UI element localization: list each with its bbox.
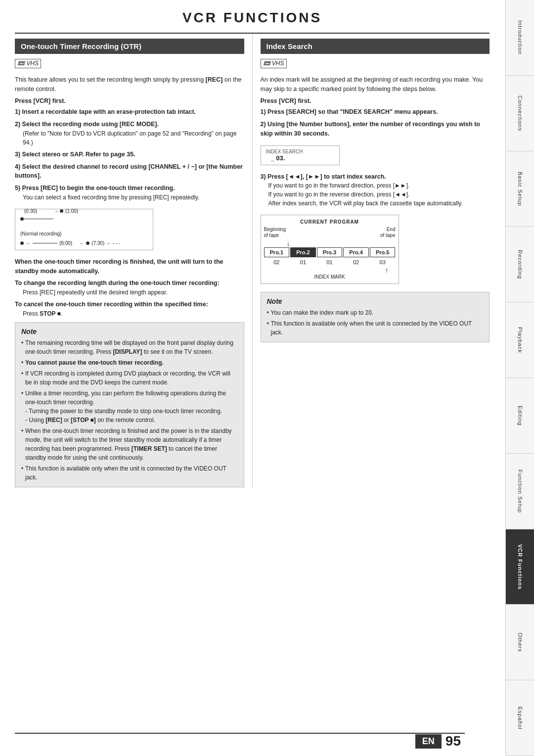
right-step2: 2) Using [the Number buttons], enter the… — [261, 120, 490, 139]
prog-num-3: 01 — [317, 259, 343, 265]
prog-cell-2: Pro.2 — [290, 247, 316, 257]
prog-cell-4: Pro.4 — [343, 247, 369, 257]
index-search-box: INDEX SEARCH _ 03. — [261, 145, 340, 165]
recording-diagram-wrap: (0:30) → (1:00) (Normal recording) ← (8:… — [15, 205, 244, 254]
prog-cell-3: Pro.3 — [317, 247, 343, 257]
prog-num-2: 01 — [290, 259, 316, 265]
sidebar-tab-others[interactable]: Others — [506, 605, 534, 680]
left-note-item-1: The remaining recording time will be dis… — [21, 338, 238, 356]
left-step1: 1) Insert a recordable tape with an eras… — [15, 107, 244, 117]
footer-en-label: EN — [415, 734, 442, 749]
left-note-item-6: This function is available only when the… — [21, 464, 238, 482]
right-section-header: Index Search — [261, 39, 490, 54]
left-note-item-2: You cannot pause the one-touch timer rec… — [21, 358, 238, 367]
left-step4: 4) Select the desired channel to record … — [15, 162, 244, 181]
sidebar-tab-function-setup[interactable]: Function Setup — [506, 454, 534, 529]
left-note-item-3: If VCR recording is completed during DVD… — [21, 369, 238, 387]
left-column: One-touch Timer Recording (OTR) 📼 VHS Th… — [15, 34, 253, 487]
right-step3: 3) Press [◄◄], [►►] to start index searc… — [261, 172, 490, 208]
footer: EN 95 — [415, 733, 465, 749]
left-note-item-4: Unlike a timer recording, you can perfor… — [21, 389, 238, 425]
right-intro-text: An index mark will be assigned at the be… — [261, 75, 490, 94]
right-note-item-1: You can make the index mark up to 20. — [267, 308, 484, 317]
footer-line — [15, 733, 465, 734]
index-search-box-wrap: INDEX SEARCH _ 03. — [261, 142, 490, 169]
index-search-label: INDEX SEARCH — [266, 149, 334, 154]
program-diagram-wrap: CURRENT PROGRAM Beginningof tape Endof t… — [261, 211, 490, 288]
sidebar-tab-connections[interactable]: Connections — [506, 76, 534, 151]
left-step7: To change the recording length during th… — [15, 279, 244, 297]
right-step3-body3: After index search, the VCR will play ba… — [261, 199, 490, 208]
right-note-item-2: This function is available only when the… — [267, 319, 484, 337]
right-press-vcr: Press [VCR] first. — [261, 97, 490, 104]
footer-page-number: 95 — [442, 733, 465, 749]
sidebar-tab-introduction[interactable]: Introduction — [506, 0, 534, 76]
right-step3-body1: If you want to go in the forward directi… — [261, 181, 490, 190]
right-note-title: Note — [267, 297, 484, 305]
sidebar-tab-espanol[interactable]: Español — [506, 680, 534, 756]
left-step8: To cancel the one-touch timer recording … — [15, 300, 244, 318]
right-column: Index Search 📼 VHS An index mark will be… — [253, 34, 490, 487]
page-wrapper: VCR FUNCTIONS One-touch Timer Recording … — [0, 0, 504, 756]
left-intro-text: This feature allows you to set the recor… — [15, 75, 244, 94]
index-search-value: _ 03. — [266, 154, 334, 162]
recording-diagram: (0:30) → (1:00) (Normal recording) ← (8:… — [15, 209, 153, 250]
sidebar-tab-editing[interactable]: Editing — [506, 378, 534, 454]
prog-cell-5: Pro.5 — [370, 247, 396, 257]
right-step1: 1) Press [SEARCH] so that "INDEX SEARCH"… — [261, 107, 490, 117]
left-step5: 5) Press [REC] to begin the one-touch ti… — [15, 184, 244, 202]
prog-cell-1: Pro.1 — [264, 247, 290, 257]
sidebar-tab-vcr-functions[interactable]: VCR Functions — [506, 529, 534, 605]
prog-bar-row: Pro.1 Pro.2 Pro.3 Pro.4 Pro.5 — [264, 247, 396, 257]
sidebar-tabs: Introduction Connections Basic Setup Rec… — [505, 0, 534, 756]
main-content: One-touch Timer Recording (OTR) 📼 VHS Th… — [15, 34, 490, 487]
vhs-icon-right: 📼 VHS — [261, 59, 287, 68]
left-note-item-5: When the one-touch timer recording is fi… — [21, 426, 238, 462]
page-title: VCR FUNCTIONS — [15, 0, 490, 34]
current-program-label: CURRENT PROGRAM — [264, 219, 396, 225]
sidebar-tab-playback[interactable]: Playback — [506, 302, 534, 378]
prog-top-labels: Beginningof tape Endof tape — [264, 227, 396, 238]
vhs-logo-left: 📼 VHS — [15, 59, 244, 71]
left-step2: 2) Select the recording mode using [REC … — [15, 120, 244, 147]
prog-num-5: 03 — [370, 259, 396, 265]
program-diagram: CURRENT PROGRAM Beginningof tape Endof t… — [261, 215, 399, 284]
left-step6: When the one-touch timer recording is fi… — [15, 257, 244, 276]
index-mark-label: INDEX MARK — [264, 274, 396, 280]
right-note-box: Note You can make the index mark up to 2… — [261, 292, 490, 342]
left-section-header: One-touch Timer Recording (OTR) — [15, 39, 244, 54]
prog-num-4: 02 — [343, 259, 369, 265]
left-note-title: Note — [21, 328, 238, 335]
right-step3-body2: If you want to go in the reverse directi… — [261, 190, 490, 199]
left-step3: 3) Select stereo or SAP. Refer to page 3… — [15, 150, 244, 159]
left-note-box: Note The remaining recording time will b… — [15, 322, 244, 487]
vhs-icon-left: 📼 VHS — [15, 59, 41, 68]
sidebar-tab-recording[interactable]: Recording — [506, 227, 534, 302]
prog-num-1: 02 — [264, 259, 290, 265]
sidebar-tab-basic-setup[interactable]: Basic Setup — [506, 151, 534, 227]
vhs-logo-right: 📼 VHS — [261, 59, 490, 71]
prog-nums-row: 02 01 01 02 03 — [264, 259, 396, 265]
left-press-vcr: Press [VCR] first. — [15, 97, 244, 104]
